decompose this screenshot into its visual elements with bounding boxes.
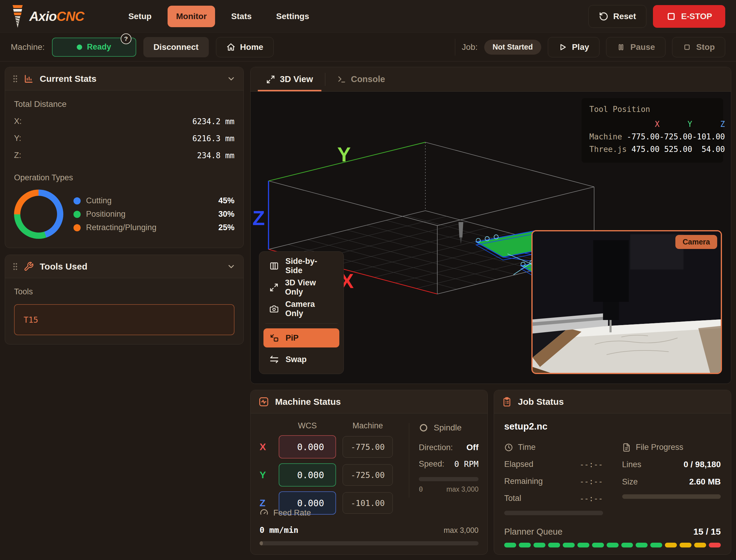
planner-queue-segment <box>650 543 662 547</box>
3d-canvas[interactable]: Y X Z <box>250 92 731 384</box>
app-header: AxioCNC Setup Monitor Stats Settings Res… <box>0 0 736 33</box>
nav-stats[interactable]: Stats <box>223 6 260 27</box>
planner-queue-segment <box>709 543 721 547</box>
file-icon <box>622 443 631 452</box>
time-section: Time Elapsed--:-- Remaining--:-- Total--… <box>504 443 603 515</box>
file-progress-bar <box>622 494 721 499</box>
job-status-panel: Job Status setup2.nc Time <box>494 390 731 555</box>
machine-bar: Machine: Ready ? Disconnect Home Job: No… <box>0 33 736 61</box>
camera-icon <box>269 304 279 314</box>
spindle-title: Spindle <box>434 423 462 433</box>
terminal-icon <box>337 75 346 84</box>
machine-status-badge: Ready ? <box>52 38 136 57</box>
pause-button[interactable]: Pause <box>606 37 666 57</box>
panel-title: Machine Status <box>275 397 341 407</box>
planner-queue-segment <box>519 543 531 547</box>
legend-item: Cutting45% <box>73 196 234 205</box>
expand-icon <box>269 283 278 292</box>
distance-row-x: X:6234.2 mm <box>14 117 234 126</box>
legend-dot-cutting <box>73 197 81 204</box>
job-file-name: setup2.nc <box>504 421 721 432</box>
chevron-down-icon[interactable] <box>227 262 236 271</box>
home-button[interactable]: Home <box>216 37 274 57</box>
total-distance-label: Total Distance <box>14 99 234 109</box>
operation-types-legend: Cutting45% Positioning30% Retracting/Plu… <box>73 196 234 232</box>
size-row: Size2.60 MB <box>622 477 721 487</box>
view-swap[interactable]: Swap <box>263 350 339 369</box>
view-mode-menu: Side-by-Side 3D View Only Camera Only <box>259 251 344 374</box>
planner-queue-segment <box>636 543 648 547</box>
estop-button[interactable]: E-STOP <box>653 5 725 28</box>
reset-button[interactable]: Reset <box>589 5 646 28</box>
drag-handle[interactable] <box>13 263 18 270</box>
planner-queue-segment <box>577 543 589 547</box>
view-pip[interactable]: PiP <box>263 328 339 347</box>
spindle-range: 0 max 3,000 <box>419 485 479 493</box>
wcs-y-value[interactable]: 0.000 <box>279 463 336 487</box>
camera-pip[interactable]: Camera <box>531 230 722 374</box>
nav-settings[interactable]: Settings <box>268 6 317 27</box>
stop-button[interactable]: Stop <box>672 37 725 57</box>
drag-handle[interactable] <box>13 75 18 83</box>
tools-used-panel: Tools Used Tools T15 <box>5 255 244 344</box>
columns-icon <box>269 261 279 271</box>
lines-row: Lines0 / 98,180 <box>622 460 721 469</box>
spindle-speed-bar <box>419 477 479 481</box>
planner-queue-segment <box>680 543 692 547</box>
tool-position-machine-row: Machine -775.00 -725.00 -101.00 <box>589 130 725 143</box>
camera-feed: AXYZ <box>533 231 721 373</box>
tab-console[interactable]: Console <box>329 67 394 91</box>
status-dot <box>77 44 82 50</box>
chevron-down-icon[interactable] <box>227 74 236 83</box>
distance-row-y: Y:6216.3 mm <box>14 134 234 143</box>
view-3d-only[interactable]: 3D View Only <box>263 278 339 297</box>
planner-queue-segment <box>694 543 706 547</box>
machine-y-value: -725.00 <box>342 464 393 486</box>
home-icon <box>226 43 235 52</box>
machine-header: Machine <box>342 421 393 430</box>
feed-rate-section: Feed Rate 0 mm/min max 3,000 <box>250 507 488 554</box>
wcs-x-value[interactable]: 0.000 <box>279 435 336 459</box>
divider <box>265 323 337 324</box>
time-elapsed-row: Elapsed--:-- <box>504 460 603 469</box>
divider <box>455 39 455 56</box>
legend-dot-positioning <box>73 211 81 218</box>
distance-row-z: Z:234.8 mm <box>14 151 234 160</box>
stop-square-icon <box>666 11 676 21</box>
feed-rate-max: max 3,000 <box>444 526 479 535</box>
tool-position-threejs-row: Three.js 475.00 525.00 54.00 <box>589 143 725 156</box>
feed-rate-bar <box>259 541 479 545</box>
machine-x-value: -775.00 <box>342 436 393 458</box>
axis-label-x: X <box>259 441 272 453</box>
play-button[interactable]: Play <box>548 37 600 57</box>
wrench-icon <box>24 261 34 272</box>
feed-rate-value: 0 mm/min <box>259 525 298 535</box>
disconnect-button[interactable]: Disconnect <box>143 37 209 57</box>
viewport-tabs: 3D View Console <box>250 67 731 92</box>
planner-queue-segment <box>504 543 516 547</box>
job-status-pill: Not Started <box>484 40 541 55</box>
view-camera-only[interactable]: Camera Only <box>263 299 339 319</box>
operation-types-donut <box>14 190 63 239</box>
z-axis-label: Z <box>252 207 265 229</box>
bar-chart-icon <box>24 74 34 84</box>
nav-setup[interactable]: Setup <box>120 6 160 27</box>
view-side-by-side[interactable]: Side-by-Side <box>263 256 339 276</box>
job-label: Job: <box>462 42 478 52</box>
pip-icon <box>269 333 279 343</box>
gauge-icon <box>259 509 268 518</box>
main-nav: Setup Monitor Stats Settings <box>120 6 317 27</box>
axis-label-y: Y <box>259 470 272 481</box>
nav-monitor[interactable]: Monitor <box>167 6 215 27</box>
current-stats-panel: Current Stats Total Distance X:6234.2 mm… <box>5 67 244 248</box>
play-icon <box>558 43 567 52</box>
file-progress-section: File Progress Lines0 / 98,180 Size2.60 M… <box>622 443 721 515</box>
legend-item: Retracting/Plunging25% <box>73 223 234 232</box>
help-icon[interactable]: ? <box>121 33 131 44</box>
clock-icon <box>504 443 513 452</box>
tool-position-header-row: X Y Z <box>589 118 725 130</box>
planner-queue-segment <box>534 543 546 547</box>
legend-dot-retracting <box>73 224 81 231</box>
operation-types-label: Operation Types <box>14 173 234 182</box>
tab-3d-view[interactable]: 3D View <box>258 67 321 91</box>
